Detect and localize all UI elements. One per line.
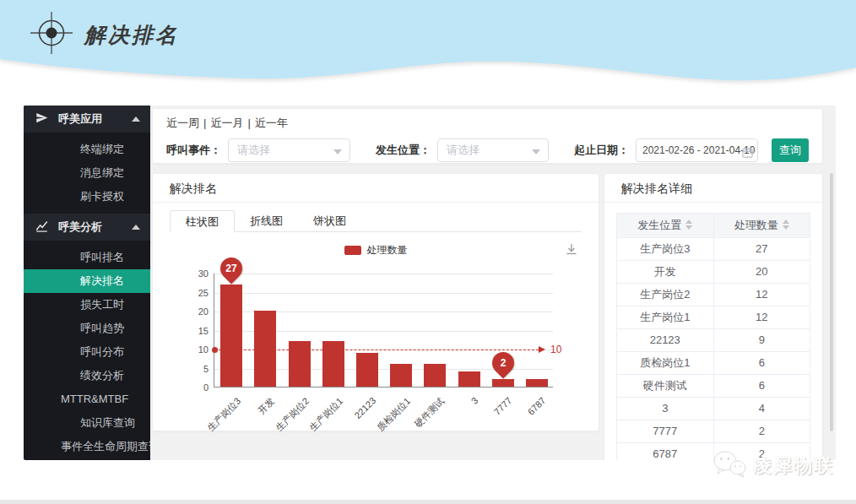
table-row[interactable]: 硬件测试6 bbox=[617, 374, 810, 397]
sidebar-group-header[interactable]: 呼美分析 bbox=[24, 214, 150, 241]
table-cell: 硬件测试 bbox=[617, 374, 713, 397]
date-range-value: 2021-02-26 - 2021-04-10 bbox=[642, 144, 755, 156]
sidebar-group-label: 呼美应用 bbox=[58, 111, 132, 127]
crosshair-logo-icon bbox=[30, 12, 73, 57]
quick-range-link[interactable]: 近一月 bbox=[210, 117, 243, 129]
call-event-select[interactable]: 请选择 bbox=[228, 138, 350, 162]
table-row[interactable]: 质检岗位16 bbox=[617, 351, 810, 374]
sidebar-item[interactable]: 消息绑定 bbox=[24, 161, 150, 185]
quick-range-separator: | bbox=[203, 117, 206, 129]
sort-icons[interactable] bbox=[783, 219, 789, 230]
chart-bar[interactable] bbox=[458, 371, 480, 387]
y-axis-tick-label: 5 bbox=[177, 364, 209, 374]
sidebar-item[interactable]: 呼叫排名 bbox=[24, 246, 150, 269]
sidebar-item[interactable]: 事件全生命周期查询 bbox=[24, 435, 150, 458]
chart-bar[interactable] bbox=[289, 341, 311, 387]
date-range-input[interactable]: 2021-02-26 - 2021-04-10 bbox=[636, 138, 758, 162]
date-range-label: 起止日期： bbox=[574, 143, 629, 158]
filter-panel: 近一周|近一月|近一年 呼叫事件： 请选择 发生位置： 请选择 起止日期： 20… bbox=[152, 108, 823, 164]
table-row[interactable]: 生产岗位212 bbox=[617, 283, 810, 306]
sidebar-item[interactable]: 呼叫趋势 bbox=[24, 317, 150, 340]
sidebar-item[interactable]: 刷卡授权 bbox=[24, 185, 150, 209]
table-cell: 生产岗位3 bbox=[617, 237, 713, 260]
call-event-label: 呼叫事件： bbox=[166, 143, 221, 158]
sidebar-item[interactable]: 解决排名 bbox=[24, 269, 150, 293]
table-row[interactable]: 生产岗位112 bbox=[617, 306, 810, 328]
chevron-up-icon bbox=[132, 225, 140, 230]
table-column-header[interactable]: 处理数量 bbox=[713, 214, 810, 237]
x-axis-category-label: 6787 bbox=[485, 395, 548, 458]
quick-range-link[interactable]: 近一周 bbox=[166, 117, 199, 129]
y-axis-tick-label: 10 bbox=[177, 344, 209, 355]
sidebar-item[interactable]: 绩效分析 bbox=[24, 364, 150, 387]
legend-label[interactable]: 处理数量 bbox=[367, 243, 408, 257]
chart-bar[interactable] bbox=[220, 285, 242, 387]
table-row[interactable]: 开发20 bbox=[617, 260, 810, 283]
table-cell: 12 bbox=[713, 306, 810, 328]
vertical-scrollbar[interactable] bbox=[830, 173, 833, 431]
download-icon[interactable] bbox=[565, 242, 578, 259]
bar-chart: 051015202530生产岗位3开发生产岗位2生产岗位122123质检岗位1硬… bbox=[214, 274, 553, 387]
line-chart-icon bbox=[35, 219, 48, 235]
tab-inactive[interactable]: 饼状图 bbox=[298, 210, 361, 232]
markline-dash bbox=[214, 350, 539, 350]
table-cell: 6 bbox=[713, 374, 810, 397]
bottom-divider bbox=[0, 500, 856, 504]
detail-panel: 解决排名详细 发生位置处理数量 生产岗位327开发20生产岗位212生产岗位11… bbox=[604, 173, 823, 460]
x-axis-category-label: 质检岗位1 bbox=[349, 395, 414, 459]
chart-bar[interactable] bbox=[390, 364, 412, 387]
location-select[interactable]: 请选择 bbox=[437, 138, 549, 162]
sort-asc-icon[interactable] bbox=[783, 219, 789, 224]
tab-inactive[interactable]: 折线图 bbox=[235, 210, 298, 232]
quick-range-link[interactable]: 近一年 bbox=[255, 117, 288, 129]
sort-desc-icon[interactable] bbox=[685, 225, 692, 230]
chart-panel: 解决排名 柱状图折线图饼状图 处理数量 051015202530生产岗位3开发生… bbox=[152, 173, 599, 431]
x-axis-category-label: 开发 bbox=[214, 395, 278, 459]
sidebar-group-label: 呼美分析 bbox=[58, 219, 132, 235]
table-cell: 27 bbox=[713, 237, 810, 260]
sidebar-item[interactable]: 损失工时 bbox=[24, 293, 150, 317]
location-placeholder: 请选择 bbox=[447, 143, 479, 158]
search-button[interactable]: 查询 bbox=[772, 138, 809, 162]
sidebar-item[interactable]: MTTR&MTBF bbox=[24, 387, 150, 411]
markline-arrow-icon bbox=[539, 346, 545, 353]
chart-bar[interactable] bbox=[356, 353, 378, 387]
table-cell: 6787 bbox=[617, 442, 713, 460]
chart-type-tabs: 柱状图折线图饼状图 bbox=[170, 210, 582, 232]
chart-bar[interactable] bbox=[492, 379, 514, 387]
gridline bbox=[214, 274, 553, 274]
sort-desc-icon[interactable] bbox=[783, 225, 789, 230]
table-column-header[interactable]: 发生位置 bbox=[617, 214, 713, 237]
sort-icons[interactable] bbox=[685, 219, 692, 230]
markpoint-pin: 2 bbox=[487, 348, 518, 379]
y-axis-tick-label: 15 bbox=[177, 326, 209, 336]
sidebar-item[interactable]: 终端绑定 bbox=[24, 138, 150, 161]
calendar-icon bbox=[742, 146, 753, 161]
sidebar: 呼美应用终端绑定消息绑定刷卡授权呼美分析呼叫排名解决排名损失工时呼叫趋势呼叫分布… bbox=[24, 106, 150, 460]
quick-range-links: 近一周|近一月|近一年 bbox=[166, 116, 810, 131]
table-cell: 3 bbox=[617, 397, 713, 420]
x-axis-category-label: 7777 bbox=[452, 395, 514, 458]
legend-swatch[interactable] bbox=[344, 246, 361, 255]
y-axis-tick-label: 30 bbox=[177, 268, 209, 279]
detail-panel-title: 解决排名详细 bbox=[604, 174, 822, 203]
markpoint-value: 2 bbox=[492, 357, 514, 369]
quick-range-separator: | bbox=[247, 117, 250, 129]
table-cell: 生产岗位1 bbox=[617, 306, 713, 328]
chart-bar[interactable] bbox=[322, 341, 344, 387]
table-row[interactable]: 221239 bbox=[617, 328, 810, 351]
table-row[interactable]: 34 bbox=[617, 397, 810, 420]
table-row[interactable]: 77772 bbox=[617, 420, 810, 442]
sort-asc-icon[interactable] bbox=[685, 219, 692, 224]
chart-bar[interactable] bbox=[424, 364, 446, 387]
sidebar-item[interactable]: 知识库查询 bbox=[24, 411, 150, 435]
sidebar-group-header[interactable]: 呼美应用 bbox=[24, 106, 150, 133]
x-axis-category-label: 生产岗位1 bbox=[282, 395, 346, 459]
send-icon bbox=[35, 111, 48, 127]
location-label: 发生位置： bbox=[376, 143, 431, 158]
sidebar-item[interactable]: 呼叫分布 bbox=[24, 340, 150, 364]
chart-bar[interactable] bbox=[526, 379, 548, 387]
chart-bar[interactable] bbox=[254, 311, 276, 387]
table-row[interactable]: 生产岗位327 bbox=[617, 237, 810, 260]
tab-active[interactable]: 柱状图 bbox=[170, 210, 235, 232]
